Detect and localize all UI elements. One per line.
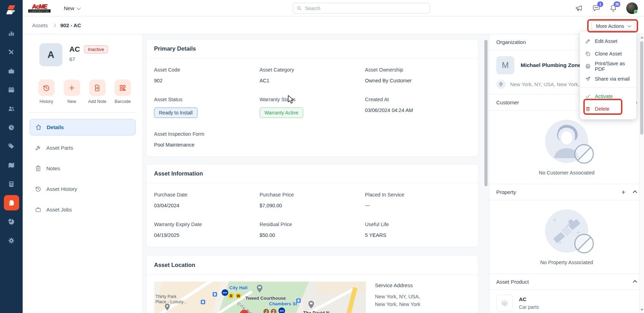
asset-status-badge[interactable]: Ready to Install <box>154 107 198 118</box>
asset-product-item[interactable]: AC Car parts <box>489 290 644 313</box>
new-menu-button[interactable]: New <box>64 5 80 11</box>
more-actions-button[interactable]: More Actions <box>591 21 635 31</box>
asset-product-header: Asset Product <box>489 274 644 290</box>
sidebar-item-reports[interactable] <box>0 212 23 231</box>
location-map[interactable]: Thirty Park Place - Luxury... The Woolwo… <box>154 282 366 313</box>
service-address-line: New York, NY, USA, <box>375 293 421 300</box>
red-marker-icon <box>240 310 249 313</box>
acme-logo-subtext: CORPORATION <box>28 9 51 13</box>
global-search <box>293 3 430 14</box>
map-icon <box>8 162 15 169</box>
sidebar-item-team[interactable] <box>0 99 23 118</box>
notifications-badge: 36 <box>614 1 620 7</box>
barcode-button[interactable]: Barcode <box>112 80 133 104</box>
notifications-button[interactable]: 36 <box>609 4 618 12</box>
breadcrumb-assets[interactable]: Assets <box>32 22 48 28</box>
sidebar-item-tools[interactable] <box>0 43 23 61</box>
wrench-icon <box>35 144 41 151</box>
breadcrumb-current: 902 - AC <box>60 22 81 28</box>
asset-summary-panel: A AC Inactive 67 History New Add Note Ba… <box>23 34 143 313</box>
sidebar-item-jobs[interactable] <box>0 61 23 80</box>
chat-button[interactable]: 1 <box>592 4 600 12</box>
menu-item-print-pdf[interactable]: Print/Save as PDF <box>580 60 636 73</box>
scrollbar-thumb[interactable] <box>484 40 488 186</box>
add-note-button[interactable]: Add Note <box>87 80 108 104</box>
pencil-icon <box>585 38 591 44</box>
note-add-icon <box>93 84 101 92</box>
organization-avatar: M <box>496 56 514 74</box>
field-residual-price: Residual Price $50.00 <box>260 222 365 238</box>
sidebar-item-calendar[interactable] <box>0 80 23 99</box>
field-placed-in-service: Placed In Service --- <box>365 192 470 208</box>
window-scrollbar[interactable] <box>639 34 644 313</box>
send-icon <box>585 76 591 82</box>
warranty-status-badge[interactable]: Warranty Active <box>260 107 304 118</box>
sidebar-item-map[interactable] <box>0 156 23 174</box>
tab-asset-parts[interactable]: Asset Parts <box>30 140 136 156</box>
history-clock-icon <box>35 186 41 192</box>
home-icon <box>35 124 42 131</box>
menu-item-delete[interactable]: Delete <box>580 103 636 115</box>
chevron-up-icon[interactable] <box>633 191 637 195</box>
clipboard-icon <box>35 165 41 172</box>
mouse-cursor <box>286 95 295 104</box>
transit-station-icon <box>296 298 301 303</box>
field-asset-status: Asset Status Ready to Install <box>154 97 260 118</box>
history-button[interactable]: History <box>36 80 57 104</box>
property-empty-state: No Property Associated <box>489 200 644 274</box>
map-label-thirty-park: Thirty Park <box>155 294 176 299</box>
subway-j-icon: J <box>263 309 269 313</box>
breadcrumb-bar: Assets 902 - AC <box>23 17 644 34</box>
asset-number: 67 <box>69 56 108 62</box>
scroll-up-arrow[interactable] <box>641 36 643 38</box>
subway-r-icon: R <box>228 293 234 299</box>
content-scrollbar[interactable] <box>483 34 489 313</box>
organization-name[interactable]: Michael Plumbing Zone <box>521 62 581 68</box>
more-actions-menu: Edit Asset Clone Asset Print/Save as PDF… <box>580 31 636 119</box>
map-label-tweed: Tweed Courthouse <box>245 296 286 301</box>
service-address-line: New York, New York <box>375 300 421 308</box>
menu-item-clone-asset[interactable]: Clone Asset <box>580 47 636 60</box>
announcements-button[interactable] <box>575 4 583 12</box>
asset-avatar: A <box>39 43 62 66</box>
menu-item-share-email[interactable]: Share via email <box>580 73 636 85</box>
sidebar-item-assets-active[interactable] <box>0 193 23 212</box>
printer-icon <box>585 64 591 69</box>
new-button[interactable]: New <box>61 80 82 104</box>
copy-icon <box>585 51 591 57</box>
pie-chart-icon <box>8 218 15 225</box>
map-label-chambers: Chambers St <box>269 301 297 306</box>
acme-logo-text: AcME <box>28 3 51 9</box>
product-category: Car parts <box>519 304 539 310</box>
zuper-logo-icon[interactable] <box>5 3 18 17</box>
chevron-up-icon[interactable] <box>633 280 637 285</box>
calculator-icon <box>8 180 15 188</box>
scroll-down-arrow[interactable] <box>641 309 643 311</box>
field-created-at: Created At 03/06/2024 04:24 AM <box>365 97 470 118</box>
sidebar-item-invoices[interactable] <box>0 174 23 193</box>
sidebar-item-pricing[interactable] <box>0 137 23 156</box>
sidebar-item-dashboard[interactable] <box>0 24 23 43</box>
menu-item-activate[interactable]: Activate <box>580 90 636 103</box>
tab-details[interactable]: Details <box>30 119 136 135</box>
briefcase-icon <box>8 67 15 75</box>
field-warranty-status: Warranty Status Warranty Active <box>260 97 365 118</box>
search-input[interactable] <box>305 6 426 11</box>
product-name: AC <box>519 296 539 302</box>
primary-details-title: Primary Details <box>146 39 478 58</box>
slash-icon <box>574 144 594 164</box>
more-actions-label: More Actions <box>596 23 624 29</box>
tab-asset-history[interactable]: Asset History <box>30 181 136 197</box>
tab-notes[interactable]: Notes <box>30 160 136 177</box>
scrollbar-thumb[interactable] <box>640 41 643 135</box>
add-property-button[interactable]: + <box>621 188 626 196</box>
tag-icon <box>8 143 15 150</box>
sidebar-item-settings[interactable] <box>0 231 23 250</box>
divider <box>30 112 136 113</box>
tab-asset-jobs[interactable]: Asset Jobs <box>30 201 136 218</box>
menu-item-edit-asset[interactable]: Edit Asset <box>580 35 636 47</box>
user-avatar[interactable] <box>626 2 638 14</box>
transit-station-icon <box>213 292 217 297</box>
sidebar-item-timesheets[interactable] <box>0 118 23 137</box>
search-icon <box>297 6 302 11</box>
